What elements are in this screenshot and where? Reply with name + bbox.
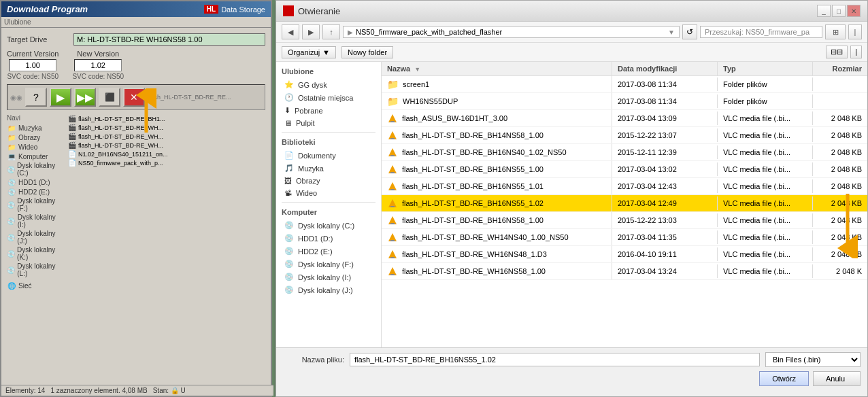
sidebar-item-c[interactable]: 💿 Dysk lokalny (C:): [276, 219, 381, 232]
table-row[interactable]: flash_HL-DT-ST_BD-RE_BH16NS55_1.00 2017-…: [382, 161, 867, 178]
col-header-size[interactable]: Rozmiar: [813, 62, 867, 75]
tree-item-siec[interactable]: 🌐 Sieć: [7, 281, 61, 290]
vlc-icon: [387, 266, 398, 277]
sidebar-item-downloads[interactable]: ⬇ Pobrane: [276, 104, 381, 117]
current-version-input[interactable]: [9, 59, 56, 71]
sidebar-item-recent[interactable]: 🕐 Ostatnie miejsca: [276, 91, 381, 104]
file-size-cell: 2 048 KB: [813, 196, 867, 210]
network-icon: 🌐: [7, 281, 16, 290]
sidebar-item-f[interactable]: 💿 Dysk lokalny (F:): [276, 258, 381, 271]
tree-item-l[interactable]: 💿 Dysk lokalny (L:): [7, 262, 61, 278]
table-row[interactable]: flash_HL-DT-ST_BD-RE_BH16NS58_1.00 2015-…: [382, 212, 867, 229]
organize-label: Organizuj: [288, 48, 320, 56]
sidebar-item-documents[interactable]: 📄 Dokumenty: [276, 149, 381, 162]
cancel-button[interactable]: ✕: [123, 88, 145, 107]
table-row[interactable]: flash_HL-DT-ST_BD-RE_WH16NS48_1.D3 2016-…: [382, 246, 867, 263]
vlc-icon: [387, 130, 398, 141]
organize-button[interactable]: Organizuj ▼: [282, 46, 336, 58]
file-name-cell: flash_HL-DT-ST_BD-RE_BH14NS58_1.00: [382, 127, 612, 143]
tree-item-j[interactable]: 💿 Dysk lokalny (J:): [7, 229, 61, 245]
table-row[interactable]: flash_HL-DT-ST_BD-RE_WH16NS58_1.00 2017-…: [382, 263, 867, 280]
table-row[interactable]: 📁 screen1 2017-03-08 11:34 Folder plików: [382, 76, 867, 93]
target-drive-select[interactable]: M: HL-DT-STBD-RE WH16NS58 1.00: [73, 33, 265, 46]
table-row[interactable]: flash_HL-DT-ST_BD-RE_WH14NS40_1.00_NS50 …: [382, 229, 867, 246]
col-header-type[interactable]: Typ: [718, 62, 813, 75]
table-row[interactable]: flash_ASUS_BW-16D1HT_3.00 2017-03-04 13:…: [382, 110, 867, 127]
tree-item-komputer[interactable]: 💻 Komputer: [7, 152, 61, 161]
dialog-action-buttons: Otwórz Anulu: [283, 371, 861, 386]
table-row[interactable]: flash_HL-DT-ST_BD-RE_BH16NS40_1.02_NS50 …: [382, 144, 867, 161]
maximize-button[interactable]: □: [832, 5, 846, 17]
file-size-cell: 2 048 KB: [813, 162, 867, 176]
table-row[interactable]: 📁 WH16NS55DUP 2017-03-08 11:34 Folder pl…: [382, 93, 867, 110]
video-icon: 📽: [284, 189, 292, 197]
breadcrumb-bar[interactable]: ▶ NS50_firmware_pack_with_patched_flashe…: [343, 26, 680, 38]
right-file-4[interactable]: 🎬 flash_HL-DT-ST_BD-RE_WH...: [67, 141, 265, 150]
help-button[interactable]: ?: [25, 88, 47, 107]
col-header-name[interactable]: Nazwa ▼: [382, 62, 612, 75]
new-folder-button[interactable]: Nowy folder: [341, 46, 393, 58]
tree-item-k[interactable]: 💿 Dysk lokalny (K:): [7, 245, 61, 262]
tree-item-muzyka[interactable]: 📁 Muzyka: [7, 123, 61, 133]
right-file-6[interactable]: 📄 NS50_firmware_pack_with_p...: [67, 158, 265, 167]
sort-arrow-icon: ▼: [414, 66, 420, 73]
tree-item-c[interactable]: 💿 Dysk lokalny (C:): [7, 161, 61, 177]
search-bar[interactable]: Przeszukaj: NS50_firmware_pa: [700, 26, 822, 38]
right-file-3[interactable]: 🎬 flash_HL-DT-ST_BD-RE_WH...: [67, 132, 265, 141]
tree-item-d[interactable]: 💿 HDD1 (D:): [7, 177, 61, 187]
tree-item-wideo[interactable]: 📁 Wideo: [7, 142, 61, 152]
sidebar-item-video[interactable]: 📽 Wideo: [276, 187, 381, 199]
sidebar-item-desktop[interactable]: 🖥 Pulpit: [276, 117, 381, 129]
tree-item-e[interactable]: 💿 HDD2 (E:): [7, 187, 61, 196]
svg-rect-15: [390, 223, 395, 224]
minimize-button[interactable]: _: [817, 5, 831, 17]
file-name-text: screen1: [403, 80, 429, 88]
sidebar-item-d[interactable]: 💿 HDD1 (D:): [276, 232, 381, 245]
right-file-1[interactable]: 🎬 flash_HL-DT-ST_BD-RE_BH1...: [67, 114, 265, 123]
go-button[interactable]: ▶: [50, 88, 71, 107]
tree-item-f[interactable]: 💿 Dysk lokalny (F:): [7, 196, 61, 213]
open-button[interactable]: Otwórz: [759, 371, 809, 386]
file-date-cell: 2017-03-04 12:43: [612, 179, 718, 193]
file-name-cell: flash_HL-DT-ST_BD-RE_BH16NS55_1.02: [382, 195, 612, 211]
stop-button[interactable]: ⬛: [99, 88, 120, 107]
file-size-cell: 2 048 KB: [813, 213, 867, 227]
table-row[interactable]: flash_HL-DT-ST_BD-RE_BH16NS55_1.02 2017-…: [382, 195, 867, 212]
sidebar-item-gg[interactable]: ⭐ GG dysk: [276, 78, 381, 91]
filetype-select[interactable]: Bin Files (.bin): [765, 352, 861, 367]
filename-input[interactable]: [350, 353, 760, 366]
right-files: 🎬 flash_HL-DT-ST_BD-RE_BH1... 🎬 flash_HL…: [67, 114, 265, 290]
back-button[interactable]: ◀: [282, 24, 299, 39]
new-version-input[interactable]: [74, 59, 122, 71]
sidebar-item-j[interactable]: 💿 Dysk lokalny (J:): [276, 283, 381, 296]
version-group: Current Version SVC code: NS50 New Versi…: [7, 50, 265, 80]
right-file-2[interactable]: 🎬 flash_HL-DT-ST_BD-RE_WH...: [67, 123, 265, 132]
list-view-button[interactable]: ⊟⊟: [826, 46, 848, 58]
file-icon: 📄: [68, 159, 76, 167]
table-row[interactable]: flash_HL-DT-ST_BD-RE_BH16NS55_1.01 2017-…: [382, 178, 867, 195]
sidebar-item-music[interactable]: 🎵 Muzyka: [276, 162, 381, 175]
view-options-button[interactable]: ⊞: [825, 24, 846, 39]
file-date-cell: 2017-03-04 13:02: [612, 162, 718, 176]
right-file-5[interactable]: 📄 N1.02_BH16NS40_151211_on...: [67, 150, 265, 158]
sidebar-item-i[interactable]: 💿 Dysk lokalny (I:): [276, 271, 381, 283]
close-button[interactable]: ✕: [847, 5, 861, 17]
sidebar-item-e[interactable]: 💿 HDD2 (E:): [276, 245, 381, 258]
forward-button[interactable]: ▶: [302, 24, 320, 39]
play-button[interactable]: ▶▶: [74, 88, 96, 107]
refresh-button[interactable]: ↺: [682, 24, 697, 39]
tree-item-i[interactable]: 💿 Dysk lokalny (I:): [7, 213, 61, 229]
tree-item-obrazy[interactable]: 📁 Obrazy: [7, 133, 61, 142]
details-view-button[interactable]: |: [850, 46, 862, 58]
sidebar-item-images[interactable]: 🖼 Obrazy: [276, 175, 381, 187]
download-content: Target Drive M: HL-DT-STBD-RE WH16NS58 1…: [1, 28, 271, 296]
file-name-text: flash_HL-DT-ST_BD-RE_BH14NS58_1.00: [402, 131, 544, 139]
col-header-date[interactable]: Data modyfikacji: [612, 62, 718, 75]
current-version-box: Current Version SVC code: NS50: [7, 50, 59, 80]
drive-c-icon: 💿: [284, 221, 294, 230]
table-row[interactable]: flash_HL-DT-ST_BD-RE_BH14NS58_1.00 2015-…: [382, 127, 867, 144]
details-button[interactable]: |: [848, 24, 862, 39]
up-button[interactable]: ↑: [322, 24, 340, 39]
file-date-cell: 2017-03-04 13:24: [612, 264, 718, 278]
cancel-button[interactable]: Anulu: [813, 371, 861, 386]
